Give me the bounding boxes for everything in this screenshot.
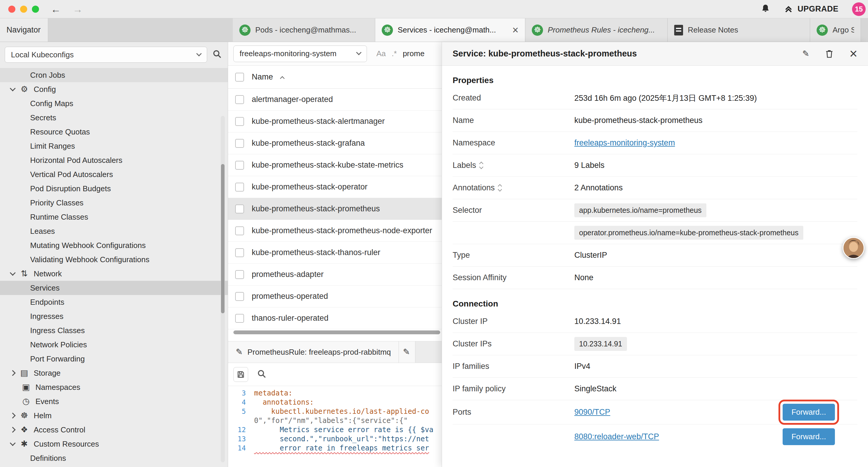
sidebar-item[interactable]: Mutating Webhook Configurations [0,238,228,253]
port-link[interactable]: 9090/TCP [574,408,610,417]
sidebar-item[interactable]: Network Policies [0,338,228,352]
save-button[interactable] [234,367,248,382]
sidebar-item[interactable]: Services [0,281,228,295]
sidebar-item[interactable]: Cron Jobs [0,68,228,82]
kubernetes-icon [532,25,543,36]
sidebar-item[interactable]: Secrets [0,111,228,125]
detail-row-ip-families: IP families IPv4 [453,355,857,378]
sidebar-item[interactable]: Ingresses [0,309,228,323]
storage-icon [19,369,30,377]
tab-bar: Navigator Pods - icecheng@mathmas... Ser… [0,18,868,42]
sidebar-item[interactable]: Storage [0,366,228,380]
namespace-link[interactable]: freeleaps-monitoring-system [574,138,675,147]
chevron-down-icon [10,270,16,276]
selector-badge: operator.prometheus.io/name=kube-prometh… [574,226,803,240]
window-zoom-button[interactable] [32,6,39,13]
expand-toggle-icon[interactable] [498,185,501,191]
helm-icon [19,411,30,420]
regex-toggle[interactable]: .* [392,49,397,58]
sidebar-item[interactable]: Ingress Classes [0,323,228,338]
drawer-header: Service: kube-prometheus-stack-prometheu… [442,42,868,66]
row-checkbox[interactable] [235,161,244,170]
row-checkbox[interactable] [235,314,244,323]
sidebar-item[interactable]: Definitions [0,451,228,465]
cluster-tab[interactable]: Prometheus Rules - icecheng... [525,18,668,42]
editor-search-icon[interactable] [257,369,267,380]
line-number: 14 [228,444,254,452]
table-search-input[interactable]: Aa .* prome [373,46,428,62]
sidebar-item[interactable]: Config Maps [0,96,228,111]
cluster-tab[interactable]: Release Notes [668,18,810,42]
row-checkbox[interactable] [235,117,244,126]
notifications-bell-icon[interactable] [761,4,770,14]
sidebar-item[interactable]: Events [0,394,228,408]
sidebar-item[interactable]: Resource Quotas [0,125,228,139]
sidebar-item[interactable]: Access Control [0,423,228,437]
ports-rows: Ports 9090/TCP Forward... 8080:reloader-… [453,400,857,449]
row-checkbox[interactable] [235,270,244,279]
sidebar-scrollbar-thumb[interactable] [221,164,224,313]
row-checkbox[interactable] [235,292,244,301]
name-column-header[interactable]: Name [252,72,273,82]
sidebar-item[interactable]: Runtime Classes [0,210,228,224]
kubeconfig-selector[interactable]: Local Kubeconfigs [5,47,207,63]
port-forward-button[interactable]: Forward... [783,428,835,445]
sidebar-item[interactable]: Horizontal Pod Autoscalers [0,153,228,167]
row-checkbox[interactable] [235,139,244,148]
window-controls [8,6,39,13]
sidebar-item[interactable]: Pod Disruption Budgets [0,181,228,196]
row-checkbox[interactable] [235,95,244,104]
edit-icon [236,348,243,357]
back-button[interactable]: ← [51,4,61,14]
kubernetes-icon [816,25,828,36]
row-checkbox[interactable] [235,183,244,192]
port-link[interactable]: 8080:reloader-web/TCP [574,432,659,441]
sidebar-scrollbar[interactable] [221,116,225,462]
close-drawer-icon[interactable] [849,48,857,59]
detail-row-name: Name kube-prometheus-stack-prometheus [453,109,857,132]
match-case-toggle[interactable]: Aa [376,49,386,58]
sidebar-item[interactable]: Namespaces [0,380,228,394]
code-text: annotations: [254,398,314,406]
cluster-tab[interactable]: Argo S [810,18,861,42]
editor-tab[interactable]: PrometheusRule: freeleaps-prod-rabbitmq [228,341,399,363]
notification-count-badge[interactable]: 15 [852,2,866,16]
forward-button[interactable]: → [73,4,83,14]
search-icon[interactable] [212,49,222,60]
sidebar-item[interactable]: Config [0,82,228,96]
window-close-button[interactable] [8,6,16,13]
chevron-right-icon [10,370,16,376]
sidebar-item[interactable]: Endpoints [0,295,228,309]
cluster-tab[interactable]: Services - icecheng@math... [375,18,525,42]
sidebar-item[interactable]: Limit Ranges [0,139,228,153]
sidebar-item[interactable]: Network [0,267,228,281]
upgrade-button[interactable]: UPGRADE [784,4,838,14]
row-checkbox[interactable] [235,248,244,257]
sidebar-item[interactable]: Leases [0,224,228,238]
detail-row-cluster-ips: Cluster IPs 10.233.14.91 [453,333,857,355]
detail-row-ip-family-policy: IP family policy SingleStack [453,378,857,400]
sidebar-item[interactable]: Priority Classes [0,196,228,210]
sidebar-item[interactable]: Vertical Pod Autoscalers [0,167,228,181]
sidebar-item[interactable]: Validating Webhook Configurations [0,253,228,267]
horizontal-scrollbar-thumb[interactable] [234,330,440,334]
user-avatar[interactable] [843,237,864,259]
window-minimize-button[interactable] [20,6,27,13]
custom-resources-icon [19,440,30,448]
service-details-drawer: Service: kube-prometheus-stack-prometheu… [442,42,868,467]
delete-service-icon[interactable] [825,49,834,59]
close-tab-icon[interactable] [512,25,519,35]
editor-tab-partial[interactable] [399,341,415,363]
sidebar-item[interactable]: Custom Resources [0,437,228,451]
port-forward-button[interactable]: Forward... [783,404,835,420]
row-checkbox[interactable] [235,226,244,235]
expand-toggle-icon[interactable] [480,162,483,169]
cluster-tab[interactable]: Pods - icecheng@mathmas... [233,18,375,42]
namespace-filter-select[interactable]: freeleaps-monitoring-system [234,46,367,62]
row-checkbox[interactable] [235,205,244,213]
sidebar-item[interactable]: Port Forwarding [0,352,228,366]
sidebar-item[interactable]: Helm [0,408,228,423]
edit-service-icon[interactable] [802,50,809,58]
select-all-checkbox[interactable] [235,73,244,82]
line-number: 12 [228,426,254,434]
